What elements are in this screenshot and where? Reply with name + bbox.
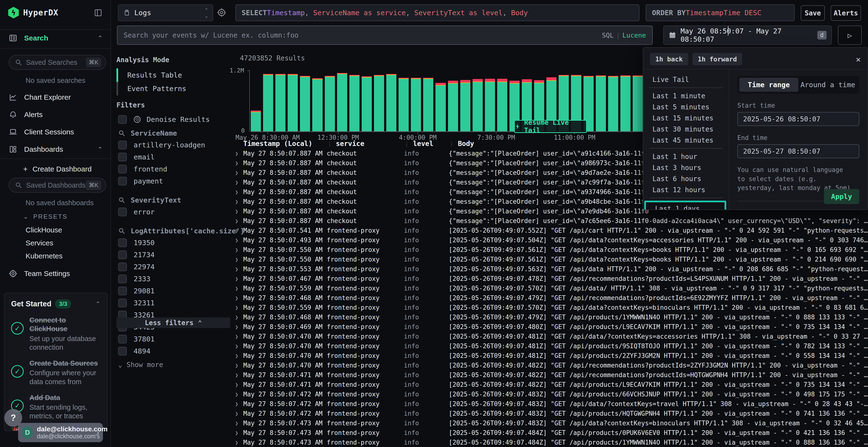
user-menu[interactable]: D dale@clickhouse.com dale@clickhouse.co… (18, 423, 103, 442)
sidebar-item-dashboards[interactable]: Dashboards ⌃ (0, 143, 111, 156)
sidebar-item-alerts[interactable]: Alerts (0, 108, 111, 121)
column-drag-handle-icon[interactable]: ⋮ (404, 141, 410, 147)
mode-tab-results-table[interactable]: Results Table (117, 68, 186, 82)
row-expand-chevron-icon[interactable]: ❯ (235, 179, 243, 185)
filter-option-row[interactable]: email (118, 153, 231, 161)
histogram-bar[interactable] (374, 75, 384, 131)
filter-checkbox[interactable] (118, 335, 127, 343)
log-row[interactable]: ❯May 27 8:50:07.468 AMfrontend-proxyinfo… (235, 312, 868, 322)
search-icon[interactable] (118, 130, 125, 137)
time-shortcut-last-3-hours[interactable]: Last 3 hours (643, 162, 728, 173)
row-expand-chevron-icon[interactable]: ❯ (235, 372, 243, 378)
row-expand-chevron-icon[interactable]: ❯ (235, 189, 243, 195)
less-filters-button[interactable]: Less filters⌃ (117, 317, 230, 328)
row-expand-chevron-icon[interactable]: ❯ (235, 401, 243, 407)
row-expand-chevron-icon[interactable]: ❯ (235, 199, 243, 205)
log-row[interactable]: ❯May 27 8:50:07.469 AMfrontend-proxyinfo… (235, 322, 868, 332)
filter-checkbox[interactable] (118, 153, 127, 161)
row-expand-chevron-icon[interactable]: ❯ (235, 256, 243, 263)
search-icon[interactable] (118, 227, 125, 235)
apply-button[interactable]: Apply (824, 189, 859, 204)
time-shortcut-last-5-minutes[interactable]: Last 5 minutes (643, 101, 728, 112)
end-time-input[interactable]: 2025-05-27 08:50:07 (737, 144, 859, 158)
time-shortcut-last-15-minutes[interactable]: Last 15 minutes (643, 112, 728, 124)
sidebar-collapse-icon[interactable] (94, 8, 103, 18)
row-expand-chevron-icon[interactable]: ❯ (235, 218, 243, 224)
histogram-bar[interactable] (411, 78, 421, 131)
sidebar-item-chart-explorer[interactable]: Chart Explorer (0, 91, 111, 104)
search-icon[interactable] (118, 197, 125, 204)
alerts-button[interactable]: Alerts (831, 5, 861, 21)
row-expand-chevron-icon[interactable]: ❯ (235, 440, 243, 446)
time-shortcut-last-45-minutes[interactable]: Last 45 minutes (643, 135, 728, 146)
row-expand-chevron-icon[interactable]: ❯ (235, 391, 243, 398)
log-row[interactable]: ❯May 27 8:50:07.887 AMcheckoutinfo{"mess… (235, 216, 868, 226)
histogram-bar[interactable] (251, 110, 261, 131)
col-level[interactable]: ⋮level (404, 140, 449, 148)
filter-option-row[interactable]: 21734 (118, 250, 231, 259)
filter-checkbox[interactable] (118, 250, 127, 259)
row-expand-chevron-icon[interactable]: ❯ (235, 208, 243, 214)
histogram-bar[interactable] (312, 78, 322, 131)
one-hour-back-button[interactable]: 1h back (650, 53, 688, 65)
show-more-button[interactable]: ⌄Show more (118, 361, 231, 369)
log-row[interactable]: ❯May 27 8:50:07.473 AMfrontend-proxyinfo… (235, 438, 868, 447)
log-row[interactable]: ❯May 27 8:50:07.550 AMfrontend-proxyinfo… (235, 254, 868, 264)
get-started-item[interactable]: ✓Add DataStart sending logs, metrics, or… (11, 393, 100, 420)
log-row[interactable]: ❯May 27 8:50:07.473 AMfrontend-proxyinfo… (235, 428, 868, 438)
run-query-button[interactable]: ▷ (838, 26, 862, 45)
log-row[interactable]: ❯May 27 8:50:07.541 AMfrontend-proxyinfo… (235, 226, 868, 235)
row-expand-chevron-icon[interactable]: ❯ (235, 247, 243, 253)
preset-services[interactable]: Services (26, 239, 53, 247)
row-expand-chevron-icon[interactable]: ❯ (235, 334, 243, 340)
filter-checkbox[interactable] (118, 141, 127, 149)
row-expand-chevron-icon[interactable]: ❯ (235, 276, 243, 282)
row-expand-chevron-icon[interactable]: ❯ (235, 237, 243, 243)
filter-option-row[interactable]: frontend (118, 165, 231, 173)
source-selector[interactable]: Logs ⌃⌄ (118, 4, 213, 21)
histogram-bar[interactable] (620, 75, 630, 131)
histogram-bar[interactable] (275, 74, 285, 131)
col-service[interactable]: ⋮service (327, 140, 404, 148)
row-expand-chevron-icon[interactable]: ❯ (235, 295, 243, 301)
date-range-input[interactable]: May 26 08:50:07 - May 27 08:50:07 d (663, 26, 832, 45)
sql-select-input[interactable]: SELECT Timestamp, ServiceName as service… (235, 4, 640, 21)
log-row[interactable]: ❯May 27 8:50:07.472 AMfrontend-proxyinfo… (235, 389, 868, 399)
log-row[interactable]: ❯May 27 8:50:07.472 AMfrontend-proxyinfo… (235, 399, 868, 409)
time-shortcut-last-1-days[interactable]: Last 1 days (646, 202, 724, 210)
sidebar-item-search[interactable]: Search ⌃ (0, 32, 111, 44)
time-shortcut-last-6-hours[interactable]: Last 6 hours (643, 173, 728, 184)
time-shortcut-last-1-minute[interactable]: Last 1 minute (643, 90, 728, 101)
filter-option-row[interactable]: 19350 (118, 238, 231, 247)
sidebar-item-team-settings[interactable]: Team Settings (0, 267, 111, 280)
log-row[interactable]: ❯May 27 8:50:07.553 AMfrontend-proxyinfo… (235, 264, 868, 274)
histogram-bar[interactable] (325, 76, 335, 131)
filter-option-row[interactable]: 22974 (118, 263, 231, 271)
time-shortcut-last-12-hours[interactable]: Last 12 hours (643, 184, 728, 195)
log-row[interactable]: ❯May 27 8:50:07.470 AMfrontend-proxyinfo… (235, 351, 868, 360)
filter-checkbox[interactable] (118, 299, 127, 307)
filter-option-row[interactable]: 2333 (118, 275, 231, 283)
row-expand-chevron-icon[interactable]: ❯ (235, 353, 243, 359)
filter-checkbox[interactable] (118, 286, 127, 295)
presets-toggle[interactable]: ⌄ PRESETS (23, 213, 67, 220)
one-hour-forward-button[interactable]: 1h forward (692, 53, 742, 65)
tab-around-a-time[interactable]: Around a time (798, 78, 858, 92)
time-shortcut-live-tail[interactable]: Live Tail (643, 74, 728, 85)
filter-option-row[interactable]: 37801 (118, 335, 231, 343)
create-dashboard-button[interactable]: + Create Dashboard (0, 163, 111, 175)
histogram-bar[interactable] (485, 79, 495, 131)
filter-checkbox[interactable] (118, 208, 127, 216)
histogram-bar[interactable] (288, 74, 298, 131)
order-by-input[interactable]: ORDER BY TimestampTime DESC (646, 4, 795, 21)
chevron-up-icon[interactable]: ⌃ (95, 301, 100, 307)
mode-lucene-toggle[interactable]: Lucene (622, 32, 646, 39)
histogram-bar[interactable] (608, 76, 618, 131)
log-row[interactable]: ❯May 27 8:50:07.473 AMfrontend-proxyinfo… (235, 418, 868, 428)
histogram-bar[interactable] (435, 83, 445, 131)
histogram-bar[interactable] (423, 78, 433, 131)
row-expand-chevron-icon[interactable]: ❯ (235, 160, 243, 166)
log-row[interactable]: ❯May 27 8:50:07.550 AMfrontend-proxyinfo… (235, 245, 868, 254)
filter-checkbox[interactable] (118, 238, 127, 247)
log-row[interactable]: ❯May 27 8:50:07.470 AMfrontend-proxyinfo… (235, 332, 868, 341)
